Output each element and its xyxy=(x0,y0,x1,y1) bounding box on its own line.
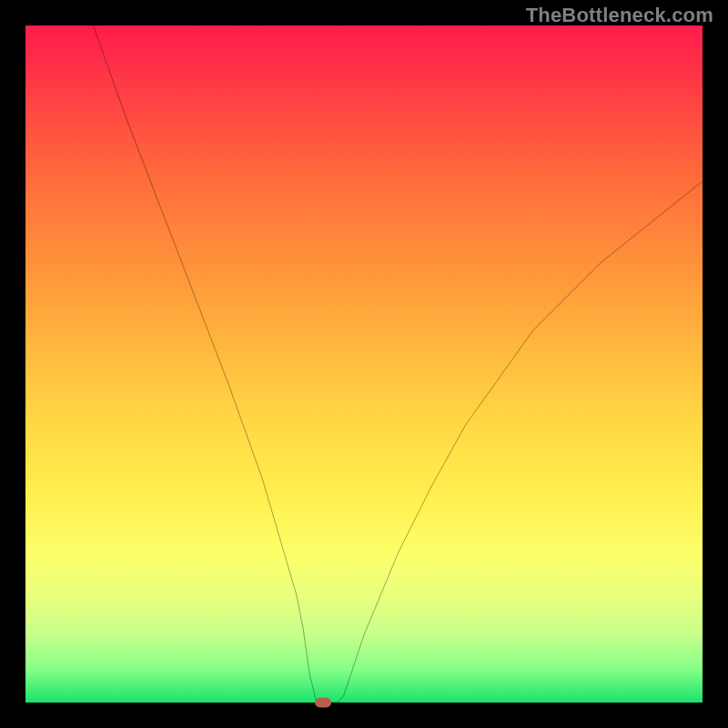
chart-frame: TheBottleneck.com xyxy=(0,0,728,728)
optimal-point-marker xyxy=(315,698,331,708)
plot-area xyxy=(25,25,703,703)
watermark-text: TheBottleneck.com xyxy=(526,4,713,27)
curve-path xyxy=(25,25,703,703)
bottleneck-curve xyxy=(25,25,703,703)
